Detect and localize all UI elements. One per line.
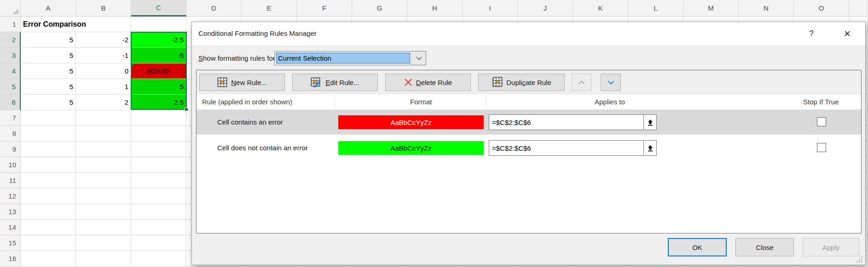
cell-C14[interactable] bbox=[131, 220, 186, 235]
row-header-11[interactable]: 11 bbox=[0, 173, 21, 188]
column-header-K[interactable]: K bbox=[573, 0, 628, 17]
column-header-H[interactable]: H bbox=[407, 0, 463, 17]
cell-A12[interactable] bbox=[21, 188, 76, 204]
cell-A15[interactable] bbox=[21, 235, 76, 251]
stop-if-true-checkbox[interactable] bbox=[817, 117, 826, 126]
dialog-titlebar[interactable]: Conditional Formatting Rules Manager ? ✕ bbox=[192, 22, 865, 45]
row-header-14[interactable]: 14 bbox=[0, 220, 21, 235]
row-header-5[interactable]: 5 bbox=[0, 79, 21, 95]
close-button[interactable]: Close bbox=[735, 238, 794, 256]
delete-rule-button[interactable]: Delete Rule bbox=[385, 74, 471, 91]
cell-A8[interactable] bbox=[21, 126, 76, 142]
cell-A3[interactable]: 5 bbox=[21, 48, 76, 63]
cell-B6[interactable]: 2 bbox=[76, 95, 131, 110]
row-header-1[interactable]: 1 bbox=[0, 17, 21, 32]
cell-C4[interactable]: #DIV/0! bbox=[131, 63, 186, 79]
cell-A2[interactable]: 5 bbox=[21, 32, 76, 48]
apply-button[interactable]: Apply bbox=[803, 238, 859, 256]
rule-row-cell-not-contains-error[interactable]: Cell does not contain an error AaBbCcYyZ… bbox=[197, 136, 861, 160]
cell-C12[interactable] bbox=[131, 188, 186, 204]
row-header-7[interactable]: 7 bbox=[0, 110, 21, 126]
cell-C13[interactable] bbox=[131, 204, 186, 220]
row-header-6[interactable]: 6 bbox=[0, 95, 21, 110]
cell-A4[interactable]: 5 bbox=[21, 63, 76, 79]
column-header-B[interactable]: B bbox=[76, 0, 131, 17]
cell-B3[interactable]: -1 bbox=[76, 48, 131, 63]
row-header-16[interactable]: 16 bbox=[0, 251, 21, 267]
cell-C9[interactable] bbox=[131, 142, 186, 157]
scope-dropdown[interactable]: Current Selection bbox=[274, 51, 426, 65]
column-header-I[interactable]: I bbox=[463, 0, 518, 17]
cell-A13[interactable] bbox=[21, 204, 76, 220]
cell-C6[interactable]: 2.5 bbox=[131, 95, 186, 110]
row-header-13[interactable]: 13 bbox=[0, 204, 21, 220]
column-header-A[interactable]: A bbox=[21, 0, 76, 17]
column-header-M[interactable]: M bbox=[683, 0, 739, 17]
column-header-J[interactable]: J bbox=[518, 0, 573, 17]
applies-to-input[interactable] bbox=[489, 141, 643, 155]
ok-button[interactable]: OK bbox=[668, 238, 727, 256]
cell-B8[interactable] bbox=[76, 126, 131, 142]
cell-B2[interactable]: -2 bbox=[76, 32, 131, 48]
cell-A5[interactable]: 5 bbox=[21, 79, 76, 95]
column-header-E[interactable]: E bbox=[242, 0, 297, 17]
row-header-9[interactable]: 9 bbox=[0, 142, 21, 157]
row-header-15[interactable]: 15 bbox=[0, 235, 21, 251]
column-header-L[interactable]: L bbox=[628, 0, 683, 17]
column-header-C[interactable]: C bbox=[131, 0, 186, 17]
row-header-12[interactable]: 12 bbox=[0, 188, 21, 204]
cell-C2[interactable]: -2.5 bbox=[131, 32, 186, 48]
collapse-dialog-icon[interactable] bbox=[643, 141, 656, 155]
cell-C15[interactable] bbox=[131, 235, 186, 251]
cell-C10[interactable] bbox=[131, 157, 186, 173]
cell-C11[interactable] bbox=[131, 173, 186, 188]
cell-B10[interactable] bbox=[76, 157, 131, 173]
rule-row-cell-contains-error[interactable]: Cell contains an error AaBbCcYyZz bbox=[197, 110, 861, 135]
cell-A1[interactable]: Error Comparison bbox=[21, 17, 76, 32]
cell-C5[interactable]: 5 bbox=[131, 79, 186, 95]
cell-A9[interactable] bbox=[21, 142, 76, 157]
duplicate-rule-button[interactable]: Duplicate Rule bbox=[478, 74, 565, 91]
cell-B11[interactable] bbox=[76, 173, 131, 188]
row-header-8[interactable]: 8 bbox=[0, 126, 21, 142]
row-header-10[interactable]: 10 bbox=[0, 157, 21, 173]
cell-A10[interactable] bbox=[21, 157, 76, 173]
cell-B12[interactable] bbox=[76, 188, 131, 204]
select-all-corner[interactable] bbox=[0, 0, 21, 17]
collapse-dialog-icon[interactable] bbox=[643, 115, 656, 130]
help-button[interactable]: ? bbox=[804, 27, 819, 40]
cell-C7[interactable] bbox=[131, 110, 186, 126]
cell-B9[interactable] bbox=[76, 142, 131, 157]
cell-A16[interactable] bbox=[21, 251, 76, 267]
column-header-D[interactable]: D bbox=[186, 0, 242, 17]
cell-C16[interactable] bbox=[131, 251, 186, 267]
cell-C8[interactable] bbox=[131, 126, 186, 142]
applies-to-input[interactable] bbox=[489, 115, 643, 130]
edit-rule-button[interactable]: Edit Rule... bbox=[292, 74, 378, 91]
column-header-G[interactable]: G bbox=[352, 0, 407, 17]
stop-if-true-checkbox[interactable] bbox=[817, 143, 826, 152]
column-header-F[interactable]: F bbox=[297, 0, 352, 17]
cell-B4[interactable]: 0 bbox=[76, 63, 131, 79]
cell-B15[interactable] bbox=[76, 235, 131, 251]
cell-B5[interactable]: 1 bbox=[76, 79, 131, 95]
cell-B16[interactable] bbox=[76, 251, 131, 267]
row-header-4[interactable]: 4 bbox=[0, 63, 21, 79]
row-header-3[interactable]: 3 bbox=[0, 48, 21, 63]
cell-B7[interactable] bbox=[76, 110, 131, 126]
move-rule-down-button[interactable] bbox=[601, 74, 621, 91]
cell-A11[interactable] bbox=[21, 173, 76, 188]
close-icon[interactable]: ✕ bbox=[840, 27, 855, 40]
cell-C3[interactable]: -5 bbox=[131, 48, 186, 63]
cell-A6[interactable]: 5 bbox=[21, 95, 76, 110]
cell-C1[interactable] bbox=[131, 17, 186, 32]
column-header-N[interactable]: N bbox=[739, 0, 794, 17]
cell-B13[interactable] bbox=[76, 204, 131, 220]
new-rule-button[interactable]: New Rule... bbox=[199, 74, 285, 91]
row-header-2[interactable]: 2 bbox=[0, 32, 21, 48]
chevron-down-icon[interactable] bbox=[411, 51, 426, 65]
move-rule-up-button[interactable] bbox=[572, 74, 591, 91]
resize-grip[interactable] bbox=[856, 256, 862, 262]
cell-A7[interactable] bbox=[21, 110, 76, 126]
cell-B14[interactable] bbox=[76, 220, 131, 235]
